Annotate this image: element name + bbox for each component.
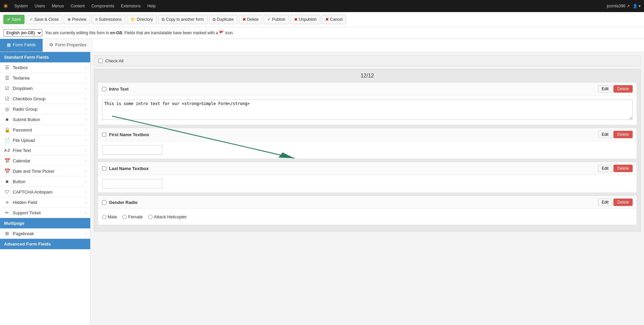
sidebar-item-pagebreak[interactable]: ⊞ Pagebreak › <box>0 228 90 239</box>
last-name-edit-button[interactable]: Edit <box>598 165 612 172</box>
last-name-body <box>98 175 637 193</box>
nav-content[interactable]: Content <box>68 2 87 10</box>
copy-button[interactable]: ⧉ Copy to another form <box>158 15 208 24</box>
top-nav: ✳ System Users Menus Content Components … <box>0 0 644 12</box>
sidebar-item-support-ticket[interactable]: ✏ Support Ticket › <box>0 208 90 218</box>
textarea-chevron: › <box>85 76 86 80</box>
sidebar-item-hidden-field[interactable]: ≡ Hidden Field › <box>0 197 90 208</box>
check-all-label: Check All <box>105 58 123 63</box>
sidebar: Standard Form Fields ☰ Textbox › ☰ Texta… <box>0 52 91 325</box>
preview-button[interactable]: ⊕ Preview <box>64 15 90 24</box>
calendar-icon: 📅 <box>4 158 10 163</box>
nav-users[interactable]: Users <box>32 2 48 10</box>
radio-male[interactable] <box>102 215 106 219</box>
sidebar-item-textarea[interactable]: ☰ Textarea › <box>0 73 90 83</box>
textbox-icon: ☰ <box>4 65 10 70</box>
sidebar-item-calendar[interactable]: 📅 Calendar › <box>0 156 90 166</box>
save-button[interactable]: ✔ Save <box>3 15 24 24</box>
sidebar-item-submit-button[interactable]: ■ Submit Button › <box>0 114 90 125</box>
gender-radio-edit-button[interactable]: Edit <box>598 199 612 206</box>
submit-button-icon: ■ <box>4 117 10 122</box>
gender-radio-delete-button[interactable]: Delete <box>613 199 633 206</box>
submissions-button[interactable]: ≡ Submissions <box>92 15 125 24</box>
gender-radio-checkbox[interactable] <box>102 200 106 205</box>
delete-icon: ✖ <box>243 17 246 22</box>
free-text-chevron: › <box>85 149 86 152</box>
sidebar-item-free-text[interactable]: A-Z Free Text › <box>0 146 90 156</box>
radio-group-chevron: › <box>85 107 86 111</box>
last-name-checkbox[interactable] <box>102 166 106 171</box>
first-name-edit-button[interactable]: Edit <box>598 131 612 138</box>
tabs-row: ▦ Form Fields ⚙ Form Properties <box>0 39 644 52</box>
check-all-checkbox[interactable] <box>98 59 103 63</box>
intro-text-textarea[interactable]: This is some intro text for our <strong>… <box>102 100 633 120</box>
nav-system[interactable]: System <box>12 2 31 10</box>
multipage-header: Multipage <box>0 218 90 228</box>
nav-components[interactable]: Components <box>89 2 117 10</box>
cancel-button[interactable]: ✖ Cancel <box>322 15 346 24</box>
gender-radio-body: Male Female Attack Helicopter <box>98 209 637 225</box>
sidebar-item-captcha[interactable]: 🛡 CAPTCHA Antispam › <box>0 187 90 197</box>
free-text-label: Free Text <box>13 148 31 153</box>
publish-icon: ✔ <box>267 17 271 22</box>
support-ticket-label: Support Ticket <box>13 210 41 215</box>
sidebar-item-radio-group[interactable]: ◎ Radio Group › <box>0 104 90 114</box>
last-name-header: Last Name Textbox Edit Delete <box>98 162 637 175</box>
calendar-chevron: › <box>85 159 86 163</box>
form-fields-tab-label: Form Fields <box>13 42 36 47</box>
radio-male-label: Male <box>108 214 117 219</box>
radio-group-label: Radio Group <box>13 107 38 112</box>
radio-option-attack-helicopter[interactable]: Attack Helicopter <box>148 214 187 219</box>
directory-button[interactable]: 📁 Directory <box>127 15 157 24</box>
main-layout: Standard Form Fields ☰ Textbox › ☰ Texta… <box>0 52 644 325</box>
sidebar-item-checkbox-group[interactable]: ☑ Checkbox Group › <box>0 94 90 104</box>
date-time-picker-icon: 📅 <box>4 168 10 174</box>
radio-attack-helicopter-label: Attack Helicopter <box>154 214 187 219</box>
duplicate-button[interactable]: ⧉ Duplicate <box>209 15 237 24</box>
pagebreak-chevron: › <box>85 232 86 235</box>
publish-button[interactable]: ✔ Publish <box>264 15 289 24</box>
last-name-delete-button[interactable]: Delete <box>613 165 633 172</box>
tab-form-fields[interactable]: ▦ Form Fields <box>0 39 43 52</box>
sidebar-item-file-upload[interactable]: 📄 File Upload › <box>0 135 90 146</box>
radio-female[interactable] <box>122 215 127 219</box>
pagebreak-label: Pagebreak <box>13 231 34 236</box>
nav-help[interactable]: Help <box>145 2 158 10</box>
radio-option-female[interactable]: Female <box>122 214 143 219</box>
form-fields-tab-icon: ▦ <box>7 42 11 47</box>
language-select[interactable]: English (en-GB) <box>3 29 42 37</box>
intro-text-edit-button[interactable]: Edit <box>598 85 612 93</box>
intro-text-textarea-wrapper: This is some intro text for our <strong>… <box>102 100 633 121</box>
save-close-button[interactable]: ✔ Save & Close <box>26 15 62 24</box>
first-name-checkbox[interactable] <box>102 132 106 137</box>
submit-button-chevron: › <box>85 118 86 121</box>
hidden-field-chevron: › <box>85 201 86 204</box>
sidebar-item-date-time-picker[interactable]: 📅 Date and Time Picker › <box>0 166 90 176</box>
radio-attack-helicopter[interactable] <box>148 215 153 219</box>
gender-radio-header: Gender Radio Edit Delete <box>98 196 637 209</box>
tab-form-properties[interactable]: ⚙ Form Properties <box>43 39 93 52</box>
first-name-input[interactable] <box>102 145 162 155</box>
intro-text-checkbox[interactable] <box>102 87 106 91</box>
intro-text-delete-button[interactable]: Delete <box>613 85 633 93</box>
first-name-delete-button[interactable]: Delete <box>613 131 633 138</box>
sidebar-item-password[interactable]: 🔒 Password › <box>0 125 90 135</box>
site-link[interactable]: joomla396 ↗ <box>607 4 630 8</box>
last-name-card: Last Name Textbox Edit Delete <box>98 162 637 193</box>
password-label: Password <box>13 127 32 132</box>
delete-button[interactable]: ✖ Delete <box>239 15 263 24</box>
sidebar-item-textbox[interactable]: ☰ Textbox › <box>0 62 90 73</box>
radio-option-male[interactable]: Male <box>102 214 117 219</box>
copy-icon: ⧉ <box>162 17 165 22</box>
sidebar-item-button[interactable]: ■ Button › <box>0 176 90 187</box>
textbox-label: Textbox <box>13 65 28 70</box>
nav-extensions[interactable]: Extensions <box>118 2 143 10</box>
checkbox-group-label: Checkbox Group <box>13 96 46 101</box>
form-properties-tab-label: Form Properties <box>55 42 87 47</box>
last-name-input[interactable] <box>102 179 162 188</box>
nav-menus[interactable]: Menus <box>49 2 66 10</box>
user-icon[interactable]: 👤 ▾ <box>633 4 641 8</box>
sidebar-item-dropdown[interactable]: ☑ Dropdown › <box>0 83 90 94</box>
unpublish-button[interactable]: ✖ Unpublish <box>290 15 320 24</box>
duplicate-icon: ⧉ <box>213 17 216 22</box>
